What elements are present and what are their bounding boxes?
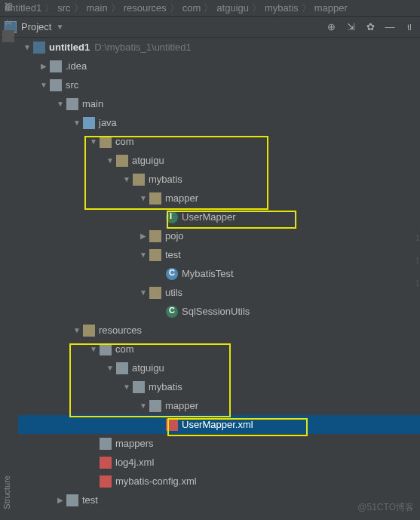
tree-item-label: src: [66, 79, 78, 91]
tree-row[interactable]: com: [18, 132, 420, 151]
folder-icon: [50, 60, 62, 72]
tree-row[interactable]: atguigu: [18, 358, 420, 377]
gutter-marks: 111: [415, 226, 420, 294]
minimize-icon[interactable]: —: [384, 21, 396, 33]
tree-item-label: mybatis-config.xml: [115, 475, 197, 487]
expand-arrow-icon[interactable]: [137, 288, 149, 297]
folder-icon: [149, 400, 161, 412]
breadcrumb-segment[interactable]: src: [57, 2, 70, 14]
tree-item-label: resources: [99, 325, 142, 336]
pkg-icon: [149, 249, 161, 261]
tree-row[interactable]: mapper: [18, 189, 420, 208]
expand-arrow-icon[interactable]: [71, 326, 83, 334]
tree-row[interactable]: mybatis-config.xml: [18, 472, 420, 491]
tree-row[interactable]: mybatis: [18, 170, 420, 189]
expand-arrow-icon[interactable]: [87, 345, 100, 353]
expand-arrow-icon[interactable]: [121, 383, 133, 391]
tree-row[interactable]: utils: [18, 283, 420, 302]
tree-row[interactable]: UserMapper.xml: [18, 415, 420, 434]
chevron-right-icon: 〉: [111, 2, 121, 15]
tl-icon[interactable]: tl: [403, 21, 415, 33]
expand-arrow-icon[interactable]: [87, 137, 100, 146]
folder-icon: [66, 494, 78, 506]
expand-arrow-icon[interactable]: [137, 402, 149, 410]
tree-row[interactable]: mapper: [18, 396, 420, 415]
folder-icon: [100, 438, 112, 450]
expand-arrow-icon[interactable]: [38, 81, 50, 89]
tree-row[interactable]: main: [18, 94, 420, 113]
sidebar-tab-structure[interactable]: Structure: [2, 475, 11, 509]
watermark: @51CTO博客: [357, 501, 414, 514]
expand-arrow-icon[interactable]: [54, 100, 66, 108]
expand-arrow-icon[interactable]: [104, 364, 116, 372]
chevron-right-icon: 〉: [252, 2, 262, 15]
expand-arrow-icon[interactable]: [137, 251, 149, 259]
side-top: 1: 项目: [0, 17, 17, 42]
tree-item-label: main: [82, 98, 103, 109]
breadcrumb-segment[interactable]: untitled1: [5, 2, 41, 14]
breadcrumb-segment[interactable]: main: [87, 2, 108, 14]
pkg-icon: [100, 136, 112, 148]
tree-item-label: log4j.xml: [115, 457, 154, 468]
java-icon: [166, 211, 178, 223]
breadcrumb-segment[interactable]: com: [182, 2, 201, 14]
folder-icon: [50, 79, 62, 91]
tree-row[interactable]: .idea: [18, 57, 420, 75]
view-dropdown[interactable]: Project: [21, 21, 51, 32]
sidebar-icon[interactable]: [2, 30, 14, 42]
project-toolbar: Project ▼ ⊕ ⇲ ✿ — tl: [0, 17, 420, 38]
tree-item-label: SqlSessionUtils: [182, 306, 250, 317]
tree-row[interactable]: log4j.xml: [18, 453, 420, 472]
expand-arrow-icon[interactable]: [121, 175, 133, 183]
src-icon: [83, 117, 95, 129]
chevron-down-icon[interactable]: ▼: [56, 23, 63, 31]
tree-row[interactable]: mybatis: [18, 377, 420, 396]
tree-row[interactable]: test: [18, 245, 420, 264]
tree-row[interactable]: atguigu: [18, 151, 420, 170]
tree-item-label: mappers: [115, 438, 154, 449]
folder-icon: [116, 362, 128, 374]
breadcrumb-segment[interactable]: resources: [124, 2, 167, 14]
tree-row[interactable]: resources: [18, 321, 420, 340]
tree-row[interactable]: pojo: [18, 226, 420, 245]
tree-row[interactable]: MybatisTest: [18, 264, 420, 283]
tree-row[interactable]: com: [18, 340, 420, 358]
expand-arrow-icon[interactable]: [71, 118, 83, 127]
tree-row[interactable]: src: [18, 75, 420, 94]
tree-item-label: mybatis: [149, 174, 182, 185]
chevron-right-icon: 〉: [302, 2, 311, 15]
tree-item-label: MybatisTest: [182, 268, 234, 279]
expand-arrow-icon[interactable]: [21, 43, 33, 51]
root-path: D:\mybatis_1\untitled1: [94, 42, 192, 53]
breadcrumb-segment[interactable]: mapper: [314, 2, 348, 14]
folder-icon: [66, 98, 78, 110]
tree-row[interactable]: SqlSessionUtils: [18, 302, 420, 321]
expand-arrow-icon[interactable]: [104, 156, 116, 165]
breadcrumb-segment[interactable]: mybatis: [265, 2, 299, 14]
expand-arrow-icon[interactable]: [137, 194, 149, 202]
tree-item-label: com: [115, 136, 134, 147]
tree-root[interactable]: untitled1 D:\mybatis_1\untitled1: [18, 38, 420, 57]
expand-arrow-icon[interactable]: [137, 232, 149, 240]
locate-icon[interactable]: ⊕: [325, 21, 337, 33]
tree-row[interactable]: UserMapper: [18, 208, 420, 226]
tree-item-label: atguigu: [132, 155, 164, 166]
gear-icon[interactable]: ✿: [364, 21, 376, 33]
tree-item-label: mybatis: [149, 381, 182, 392]
chevron-right-icon: 〉: [170, 2, 179, 15]
tree-row[interactable]: mappers: [18, 434, 420, 453]
breadcrumb-segment[interactable]: atguigu: [216, 2, 249, 14]
tree-item-label: pojo: [165, 230, 184, 242]
sidebar-tab-project[interactable]: 1: 项目: [3, 17, 14, 26]
expand-arrow-icon[interactable]: [38, 62, 50, 70]
collapse-all-icon[interactable]: ⇲: [345, 21, 357, 33]
pkg-icon: [116, 155, 128, 167]
tree-item-label: java: [99, 117, 117, 128]
project-tree[interactable]: untitled1 D:\mybatis_1\untitled1 .ideasr…: [18, 38, 420, 520]
tree-item-label: test: [165, 249, 181, 260]
tree-row[interactable]: java: [18, 113, 420, 132]
expand-arrow-icon[interactable]: [54, 496, 66, 504]
xml-icon: [100, 475, 112, 488]
breadcrumb[interactable]: untitled1 〉src 〉main 〉resources 〉com 〉at…: [0, 0, 420, 17]
pkg-icon: [149, 230, 161, 242]
